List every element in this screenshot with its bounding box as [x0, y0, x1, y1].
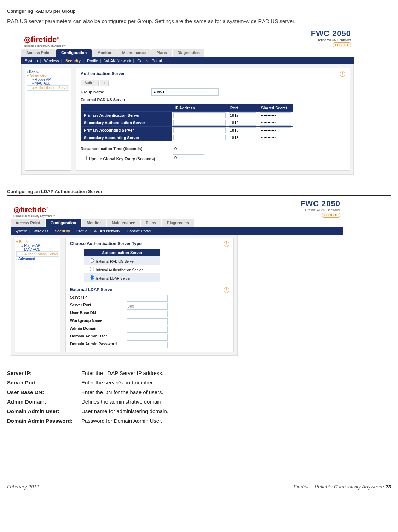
server-port-input[interactable] [127, 303, 168, 310]
subnav-wlan[interactable]: WLAN Network [104, 59, 131, 63]
opt-radius[interactable] [90, 258, 94, 263]
side-advanced[interactable]: ▾ Advanced [27, 74, 46, 77]
secret-input[interactable] [260, 127, 291, 133]
ldap-label: Domain Admin Password [70, 342, 127, 348]
tab-access-point[interactable]: Access Point [11, 219, 45, 227]
main-tabs: Access Point Configuration Monitor Maint… [11, 219, 343, 227]
tab-configuration[interactable]: Configuration [56, 49, 92, 57]
ip-input[interactable] [173, 112, 226, 118]
tab-monitor[interactable]: Monitor [82, 219, 106, 227]
reauth-input[interactable] [173, 145, 204, 152]
product-name: FWC 2050 [300, 199, 340, 208]
port-input[interactable] [229, 127, 256, 133]
choose-title: Choose Authentication Server Type [70, 241, 142, 247]
tab-monitor[interactable]: Monitor [92, 49, 116, 57]
tab-plans[interactable]: Plans [141, 219, 161, 227]
side-auth-server[interactable]: » Authentication Server [16, 251, 59, 257]
main-tabs: Access Point Configuration Monitor Maint… [21, 49, 354, 57]
ldap-label: Admin Domain [70, 326, 127, 333]
side-basic[interactable]: Basic [27, 70, 39, 74]
col-secret: Shared Secret [258, 104, 293, 112]
side-advanced[interactable]: Advanced [16, 257, 35, 261]
sub-nav: System| Wireless| Security| Profile| WLA… [21, 57, 354, 64]
tab-maintenance[interactable]: Maintenance [107, 219, 140, 227]
port-input[interactable] [229, 112, 256, 118]
screenshot-ldap: ◎firetide® Reliable connectivity anywher… [11, 198, 343, 356]
user-base-dn-input[interactable] [127, 311, 168, 317]
ip-input[interactable] [173, 135, 226, 140]
table-row: Secondary Accounting Server [81, 134, 293, 141]
col-ip: IP Address [172, 104, 227, 112]
def-key: Domain Admin Password: [7, 418, 81, 424]
table-row: Primary Accounting Server [81, 127, 293, 134]
subnav-wireless[interactable]: Wireless [44, 59, 59, 63]
side-rogue-ap[interactable]: » Rogue AP [16, 244, 59, 248]
port-input[interactable] [229, 135, 256, 140]
update-key-checkbox[interactable] [82, 156, 87, 160]
subnav-profile[interactable]: Profile [76, 229, 87, 233]
side-mac-acl[interactable]: » MAC ACL [27, 81, 69, 85]
domain-admin-user-input[interactable] [127, 334, 168, 341]
tab-diagnostics[interactable]: Diagnostics [162, 219, 194, 227]
def-key: Server IP: [7, 370, 81, 376]
ip-input[interactable] [173, 127, 226, 133]
subnav-security[interactable]: Security [65, 59, 81, 63]
subnav-profile[interactable]: Profile [87, 59, 98, 63]
sub-nav: System| Wireless| Security| Profile| WLA… [11, 227, 343, 235]
auth-panel: Authentication Server? Auth-1 + Group Na… [76, 68, 350, 171]
col-port: Port [227, 104, 258, 112]
tab-diagnostics[interactable]: Diagnostics [173, 49, 204, 57]
side-mac-acl[interactable]: » MAC ACL [16, 248, 59, 251]
side-basic[interactable]: ▾ Basic [16, 240, 28, 244]
tab-access-point[interactable]: Access Point [21, 49, 56, 57]
group-name-label: Group Name [81, 90, 151, 94]
subnav-system[interactable]: System [25, 59, 38, 63]
domain-admin-pass-input[interactable] [127, 342, 168, 348]
panel-title: Authentication Server [81, 71, 125, 77]
group-name-input[interactable] [151, 88, 219, 96]
side-nav: ▾ Basic » Rogue AP » MAC ACL » Authentic… [15, 238, 60, 352]
brand-logo: ◎firetide® Reliable connectivity anywher… [13, 205, 55, 218]
tab-configuration[interactable]: Configuration [46, 219, 81, 227]
footer-date: February 2011 [7, 484, 39, 490]
secret-input[interactable] [260, 135, 291, 140]
side-auth-server[interactable]: » Authentication Server [27, 85, 69, 91]
ip-input[interactable] [173, 120, 226, 126]
logout-button[interactable]: LOGOUT [322, 213, 340, 218]
side-rogue-ap[interactable]: » Rogue AP [27, 77, 69, 81]
def-key: Admin Domain: [7, 399, 81, 405]
tab-maintenance[interactable]: Maintenance [117, 49, 151, 57]
help-icon[interactable]: ? [224, 287, 229, 293]
tab-plans[interactable]: Plans [151, 49, 172, 57]
subnav-captive[interactable]: Captive Portal [127, 229, 151, 233]
update-key-input[interactable] [173, 154, 204, 161]
subnav-wireless[interactable]: Wireless [34, 229, 48, 233]
subnav-system[interactable]: System [14, 229, 27, 233]
opt-ldap[interactable] [90, 275, 94, 280]
help-icon[interactable]: ? [340, 71, 345, 77]
side-nav: Basic ▾ Advanced » Rogue AP » MAC ACL » … [25, 68, 71, 171]
secret-input[interactable] [260, 120, 291, 126]
opt-internal[interactable] [90, 267, 94, 271]
help-icon[interactable]: ? [224, 241, 229, 247]
auth-tab[interactable]: Auth-1 [81, 80, 99, 86]
ldap-label: User Base DN [70, 311, 127, 317]
logout-button[interactable]: LOGOUT [333, 42, 351, 47]
subnav-wlan[interactable]: WLAN Network [94, 229, 120, 233]
server-ip-input[interactable] [127, 295, 168, 302]
product-sub: Firetide WLAN Controller [311, 38, 351, 42]
admin-domain-input[interactable] [127, 326, 168, 333]
ldap-title: External LDAP Server [70, 287, 114, 293]
subnav-captive[interactable]: Captive Portal [137, 59, 162, 63]
brand-logo: ◎firetide® Reliable connectivity anywher… [24, 35, 66, 47]
subnav-security[interactable]: Security [55, 229, 70, 233]
workgroup-input[interactable] [127, 318, 168, 325]
secret-input[interactable] [260, 112, 291, 118]
section-title: Configuring RADIUS per Group [7, 8, 391, 15]
add-tab-button[interactable]: + [100, 80, 109, 86]
radius-table: IP Address Port Shared Secret Primary Au… [81, 104, 293, 141]
port-input[interactable] [229, 120, 256, 126]
page-footer: February 2011 Firetide - Reliable Connec… [7, 484, 391, 490]
ldap-label: Server IP [70, 295, 127, 302]
ldap-label: Workgroup Name [70, 318, 127, 325]
